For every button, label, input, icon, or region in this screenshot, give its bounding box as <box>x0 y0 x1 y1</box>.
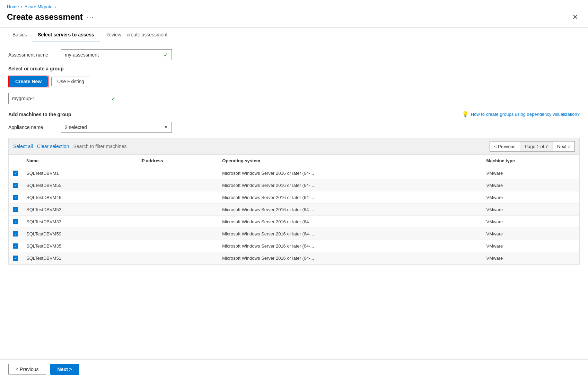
table-row[interactable]: ✓SQLTestDBVM35Microsoft Windows Server 2… <box>9 240 579 252</box>
page-title: Create assessment <box>7 12 83 22</box>
appliance-row: Appliance name 2 selected ▼ <box>8 122 580 133</box>
checkbox-checked-icon: ✓ <box>13 207 18 212</box>
bottom-prev-button[interactable]: < Previous <box>8 364 46 375</box>
chevron-down-icon: ▼ <box>164 125 168 130</box>
tabs-bar: Basics Select servers to assess Review +… <box>0 28 588 42</box>
table-row[interactable]: ✓SQLTestDBVM59Microsoft Windows Server 2… <box>9 228 579 240</box>
group-name-input[interactable]: mygroup-1 ✓ <box>8 93 119 104</box>
assessment-name-label: Assessment name <box>8 52 57 58</box>
assessment-name-row: Assessment name my-assessment ✓ <box>8 49 580 60</box>
row-name: SQLTestDBVM59 <box>22 228 136 240</box>
add-machines-title: Add machines to the group <box>8 112 71 117</box>
row-checkbox-cell[interactable]: ✓ <box>9 191 22 204</box>
row-machine-type: VMware <box>482 228 579 240</box>
row-os: Microsoft Windows Server 2016 or later (… <box>218 240 482 252</box>
row-checkbox-cell[interactable]: ✓ <box>9 228 22 240</box>
table-container: Select all Clear selection < Previous Pa… <box>8 138 580 265</box>
table-row[interactable]: ✓SQLTestDBVM46Microsoft Windows Server 2… <box>9 191 579 204</box>
checkbox-checked-icon: ✓ <box>13 256 18 261</box>
row-machine-type: VMware <box>482 167 579 179</box>
row-ip <box>136 240 218 252</box>
row-ip <box>136 191 218 204</box>
table-row[interactable]: ✓SQLTestDBVM51Microsoft Windows Server 2… <box>9 252 579 264</box>
row-machine-type: VMware <box>482 191 579 204</box>
tab-review-create[interactable]: Review + create assessment <box>100 28 173 42</box>
row-ip <box>136 204 218 216</box>
row-ip <box>136 216 218 228</box>
checkbox-checked-icon: ✓ <box>13 231 18 236</box>
pagination-controls: < Previous Page 1 of 7 Next > <box>490 141 575 152</box>
checkbox-checked-icon: ✓ <box>13 195 18 200</box>
table-row[interactable]: ✓SQLTestDBVM33Microsoft Windows Server 2… <box>9 216 579 228</box>
table-row[interactable]: ✓SQLTestDBVM1Microsoft Windows Server 20… <box>9 167 579 179</box>
close-button[interactable]: ✕ <box>570 12 581 22</box>
select-all-link[interactable]: Select all <box>13 144 33 149</box>
row-checkbox-cell[interactable]: ✓ <box>9 167 22 179</box>
row-ip <box>136 228 218 240</box>
header-left: Create assessment ··· <box>7 12 94 22</box>
table-header-type: Machine type <box>482 155 579 167</box>
breadcrumb-home[interactable]: Home <box>7 4 19 9</box>
row-checkbox-cell[interactable]: ✓ <box>9 252 22 264</box>
row-name: SQLTestDBVM46 <box>22 191 136 204</box>
assessment-name-check-icon: ✓ <box>164 52 168 58</box>
tab-basics[interactable]: Basics <box>7 28 32 42</box>
table-row[interactable]: ✓SQLTestDBVM52Microsoft Windows Server 2… <box>9 204 579 216</box>
row-os: Microsoft Windows Server 2016 or later (… <box>218 179 482 191</box>
row-os: Microsoft Windows Server 2016 or later (… <box>218 167 482 179</box>
more-options[interactable]: ··· <box>87 14 94 21</box>
table-header-checkbox <box>9 155 22 167</box>
checkbox-checked-icon: ✓ <box>13 243 18 249</box>
create-new-button[interactable]: Create New <box>9 76 48 87</box>
table-toolbar: Select all Clear selection < Previous Pa… <box>9 138 579 155</box>
add-machines-header: Add machines to the group 💡 How to creat… <box>8 111 580 118</box>
row-checkbox-cell[interactable]: ✓ <box>9 216 22 228</box>
group-name-value: mygroup-1 <box>12 96 35 101</box>
group-btn-group: Create New Use Existing <box>8 76 580 87</box>
help-link[interactable]: 💡 How to create groups using dependency … <box>462 111 580 118</box>
group-section-title: Select or create a group <box>8 66 580 71</box>
clear-selection-link[interactable]: Clear selection <box>37 144 69 149</box>
row-ip <box>136 252 218 264</box>
search-filter-input[interactable] <box>73 144 485 149</box>
bottom-nav: < Previous Next > <box>0 359 588 379</box>
table-header-os: Operating system <box>218 155 482 167</box>
assessment-name-input[interactable]: my-assessment ✓ <box>61 49 172 60</box>
checkbox-checked-icon: ✓ <box>13 219 18 224</box>
breadcrumb-sep-1: › <box>21 5 23 9</box>
row-ip <box>136 179 218 191</box>
row-checkbox-cell[interactable]: ✓ <box>9 204 22 216</box>
row-name: SQLTestDBVM55 <box>22 179 136 191</box>
breadcrumb-sep-2: › <box>55 5 56 9</box>
breadcrumb-azure-migrate[interactable]: Azure Migrate <box>25 4 53 9</box>
breadcrumb: Home › Azure Migrate › <box>0 0 588 9</box>
row-machine-type: VMware <box>482 240 579 252</box>
row-os: Microsoft Windows Server 2016 or later (… <box>218 252 482 264</box>
table-header-ip: IP address <box>136 155 218 167</box>
next-page-button[interactable]: Next > <box>553 141 575 152</box>
row-machine-type: VMware <box>482 179 579 191</box>
lightbulb-icon: 💡 <box>462 111 469 118</box>
row-checkbox-cell[interactable]: ✓ <box>9 179 22 191</box>
tab-select-servers[interactable]: Select servers to assess <box>32 28 100 42</box>
row-ip <box>136 167 218 179</box>
page-header: Create assessment ··· ✕ <box>0 9 588 28</box>
appliance-selected-value: 2 selected <box>65 124 87 130</box>
assessment-name-value: my-assessment <box>65 52 99 58</box>
table-row[interactable]: ✓SQLTestDBVM55Microsoft Windows Server 2… <box>9 179 579 191</box>
row-name: SQLTestDBVM33 <box>22 216 136 228</box>
bottom-next-button[interactable]: Next > <box>50 364 79 375</box>
row-name: SQLTestDBVM1 <box>22 167 136 179</box>
row-name: SQLTestDBVM51 <box>22 252 136 264</box>
row-checkbox-cell[interactable]: ✓ <box>9 240 22 252</box>
use-existing-button[interactable]: Use Existing <box>51 77 90 86</box>
create-new-wrapper: Create New <box>8 76 49 87</box>
page-info: Page 1 of 7 <box>520 141 553 152</box>
appliance-dropdown[interactable]: 2 selected ▼ <box>61 122 172 133</box>
checkbox-checked-icon: ✓ <box>13 171 18 176</box>
group-name-check-icon: ✓ <box>111 95 115 102</box>
row-os: Microsoft Windows Server 2016 or later (… <box>218 191 482 204</box>
table-header-row: Name IP address Operating system Machine… <box>9 155 579 167</box>
appliance-label: Appliance name <box>8 124 57 130</box>
prev-page-button[interactable]: < Previous <box>490 141 520 152</box>
